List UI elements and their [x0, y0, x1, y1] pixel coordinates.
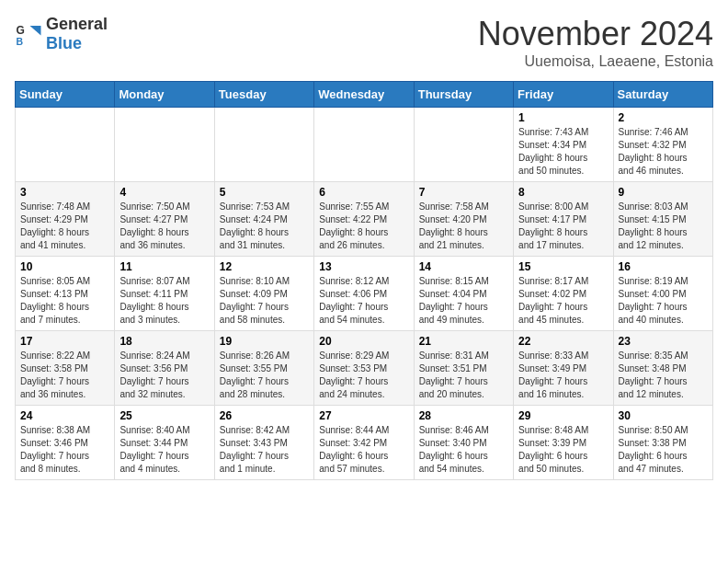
day-number: 5 — [220, 186, 309, 199]
day-info: Sunrise: 7:46 AM Sunset: 4:32 PM Dayligh… — [619, 126, 708, 178]
day-info: Sunrise: 8:46 AM Sunset: 3:40 PM Dayligh… — [419, 424, 508, 476]
calendar-cell: 2Sunrise: 7:46 AM Sunset: 4:32 PM Daylig… — [613, 108, 712, 182]
day-info: Sunrise: 8:40 AM Sunset: 3:44 PM Dayligh… — [119, 424, 209, 476]
day-number: 9 — [619, 186, 708, 199]
calendar-cell: 27Sunrise: 8:44 AM Sunset: 3:42 PM Dayli… — [314, 406, 414, 480]
day-number: 28 — [419, 409, 508, 422]
day-number: 1 — [518, 111, 608, 124]
weekday-header-friday: Friday — [514, 82, 613, 108]
day-number: 27 — [319, 409, 408, 422]
day-number: 17 — [20, 335, 109, 348]
calendar-cell — [16, 108, 115, 182]
calendar-cell — [115, 108, 214, 182]
logo-blue: Blue — [46, 34, 82, 52]
calendar-cell: 13Sunrise: 8:12 AM Sunset: 4:06 PM Dayli… — [314, 257, 414, 331]
day-info: Sunrise: 8:38 AM Sunset: 3:46 PM Dayligh… — [20, 424, 109, 476]
calendar-cell: 9Sunrise: 8:03 AM Sunset: 4:15 PM Daylig… — [613, 182, 712, 257]
calendar-table: SundayMondayTuesdayWednesdayThursdayFrid… — [15, 81, 713, 480]
day-info: Sunrise: 8:35 AM Sunset: 3:48 PM Dayligh… — [619, 350, 708, 401]
calendar-cell — [314, 108, 414, 182]
calendar-week-row: 1Sunrise: 7:43 AM Sunset: 4:34 PM Daylig… — [16, 108, 713, 182]
day-info: Sunrise: 8:26 AM Sunset: 3:55 PM Dayligh… — [220, 350, 309, 401]
weekday-header-thursday: Thursday — [414, 82, 513, 108]
day-info: Sunrise: 8:31 AM Sunset: 3:51 PM Dayligh… — [419, 350, 508, 401]
calendar-cell: 29Sunrise: 8:48 AM Sunset: 3:39 PM Dayli… — [514, 406, 613, 480]
svg-marker-1 — [30, 26, 41, 36]
calendar-cell: 24Sunrise: 8:38 AM Sunset: 3:46 PM Dayli… — [16, 406, 115, 480]
logo-general: General — [46, 15, 108, 33]
day-number: 4 — [119, 186, 209, 199]
day-number: 2 — [619, 111, 708, 124]
calendar-cell: 20Sunrise: 8:29 AM Sunset: 3:53 PM Dayli… — [314, 331, 414, 406]
day-info: Sunrise: 8:44 AM Sunset: 3:42 PM Dayligh… — [319, 424, 408, 476]
day-number: 7 — [419, 186, 508, 199]
calendar-cell — [414, 108, 513, 182]
calendar-cell: 30Sunrise: 8:50 AM Sunset: 3:38 PM Dayli… — [613, 406, 712, 480]
logo-icon: G B — [15, 20, 42, 48]
weekday-header-sunday: Sunday — [16, 82, 115, 108]
calendar-cell: 11Sunrise: 8:07 AM Sunset: 4:11 PM Dayli… — [115, 257, 214, 331]
weekday-header-tuesday: Tuesday — [214, 82, 313, 108]
calendar-cell: 15Sunrise: 8:17 AM Sunset: 4:02 PM Dayli… — [514, 257, 613, 331]
calendar-cell: 1Sunrise: 7:43 AM Sunset: 4:34 PM Daylig… — [514, 108, 613, 182]
day-number: 24 — [20, 409, 109, 422]
day-info: Sunrise: 8:15 AM Sunset: 4:04 PM Dayligh… — [419, 275, 508, 327]
calendar-cell: 16Sunrise: 8:19 AM Sunset: 4:00 PM Dayli… — [613, 257, 712, 331]
day-info: Sunrise: 8:10 AM Sunset: 4:09 PM Dayligh… — [220, 275, 309, 327]
calendar-cell: 19Sunrise: 8:26 AM Sunset: 3:55 PM Dayli… — [214, 331, 313, 406]
day-info: Sunrise: 8:42 AM Sunset: 3:43 PM Dayligh… — [220, 424, 309, 476]
logo: G B General Blue — [15, 15, 108, 53]
day-info: Sunrise: 8:24 AM Sunset: 3:56 PM Dayligh… — [119, 350, 209, 401]
calendar-cell: 3Sunrise: 7:48 AM Sunset: 4:29 PM Daylig… — [16, 182, 115, 257]
calendar-cell: 7Sunrise: 7:58 AM Sunset: 4:20 PM Daylig… — [414, 182, 513, 257]
day-info: Sunrise: 8:33 AM Sunset: 3:49 PM Dayligh… — [518, 350, 608, 401]
day-number: 23 — [619, 335, 708, 348]
location-subtitle: Uuemoisa, Laeaene, Estonia — [478, 53, 713, 70]
day-number: 21 — [419, 335, 508, 348]
day-number: 18 — [119, 335, 209, 348]
calendar-cell — [214, 108, 313, 182]
day-info: Sunrise: 7:58 AM Sunset: 4:20 PM Dayligh… — [419, 201, 508, 252]
day-info: Sunrise: 8:50 AM Sunset: 3:38 PM Dayligh… — [619, 424, 708, 476]
calendar-week-row: 3Sunrise: 7:48 AM Sunset: 4:29 PM Daylig… — [16, 182, 713, 257]
calendar-cell: 5Sunrise: 7:53 AM Sunset: 4:24 PM Daylig… — [214, 182, 313, 257]
calendar-cell: 17Sunrise: 8:22 AM Sunset: 3:58 PM Dayli… — [16, 331, 115, 406]
calendar-week-row: 10Sunrise: 8:05 AM Sunset: 4:13 PM Dayli… — [16, 257, 713, 331]
day-number: 16 — [619, 260, 708, 273]
day-number: 19 — [220, 335, 309, 348]
day-info: Sunrise: 7:55 AM Sunset: 4:22 PM Dayligh… — [319, 201, 408, 252]
day-number: 13 — [319, 260, 408, 273]
calendar-week-row: 17Sunrise: 8:22 AM Sunset: 3:58 PM Dayli… — [16, 331, 713, 406]
day-info: Sunrise: 7:53 AM Sunset: 4:24 PM Dayligh… — [220, 201, 309, 252]
weekday-header-saturday: Saturday — [613, 82, 712, 108]
weekday-header-wednesday: Wednesday — [314, 82, 414, 108]
weekday-header-row: SundayMondayTuesdayWednesdayThursdayFrid… — [16, 82, 713, 108]
day-number: 14 — [419, 260, 508, 273]
logo-wordmark: General Blue — [46, 15, 108, 53]
calendar-cell: 21Sunrise: 8:31 AM Sunset: 3:51 PM Dayli… — [414, 331, 513, 406]
month-year-title: November 2024 — [478, 15, 713, 53]
day-info: Sunrise: 8:17 AM Sunset: 4:02 PM Dayligh… — [518, 275, 608, 327]
calendar-cell: 8Sunrise: 8:00 AM Sunset: 4:17 PM Daylig… — [514, 182, 613, 257]
day-info: Sunrise: 7:48 AM Sunset: 4:29 PM Dayligh… — [20, 201, 109, 252]
day-number: 26 — [220, 409, 309, 422]
day-number: 6 — [319, 186, 408, 199]
calendar-cell: 4Sunrise: 7:50 AM Sunset: 4:27 PM Daylig… — [115, 182, 214, 257]
day-number: 29 — [518, 409, 608, 422]
day-info: Sunrise: 8:22 AM Sunset: 3:58 PM Dayligh… — [20, 350, 109, 401]
day-number: 20 — [319, 335, 408, 348]
day-number: 22 — [518, 335, 608, 348]
day-info: Sunrise: 8:00 AM Sunset: 4:17 PM Dayligh… — [518, 201, 608, 252]
calendar-cell: 28Sunrise: 8:46 AM Sunset: 3:40 PM Dayli… — [414, 406, 513, 480]
calendar-cell: 6Sunrise: 7:55 AM Sunset: 4:22 PM Daylig… — [314, 182, 414, 257]
day-info: Sunrise: 8:29 AM Sunset: 3:53 PM Dayligh… — [319, 350, 408, 401]
day-info: Sunrise: 7:43 AM Sunset: 4:34 PM Dayligh… — [518, 126, 608, 178]
day-info: Sunrise: 8:03 AM Sunset: 4:15 PM Dayligh… — [619, 201, 708, 252]
day-info: Sunrise: 8:48 AM Sunset: 3:39 PM Dayligh… — [518, 424, 608, 476]
day-number: 30 — [619, 409, 708, 422]
day-number: 11 — [119, 260, 209, 273]
calendar-cell: 25Sunrise: 8:40 AM Sunset: 3:44 PM Dayli… — [115, 406, 214, 480]
day-info: Sunrise: 8:07 AM Sunset: 4:11 PM Dayligh… — [119, 275, 209, 327]
calendar-cell: 12Sunrise: 8:10 AM Sunset: 4:09 PM Dayli… — [214, 257, 313, 331]
day-info: Sunrise: 8:12 AM Sunset: 4:06 PM Dayligh… — [319, 275, 408, 327]
